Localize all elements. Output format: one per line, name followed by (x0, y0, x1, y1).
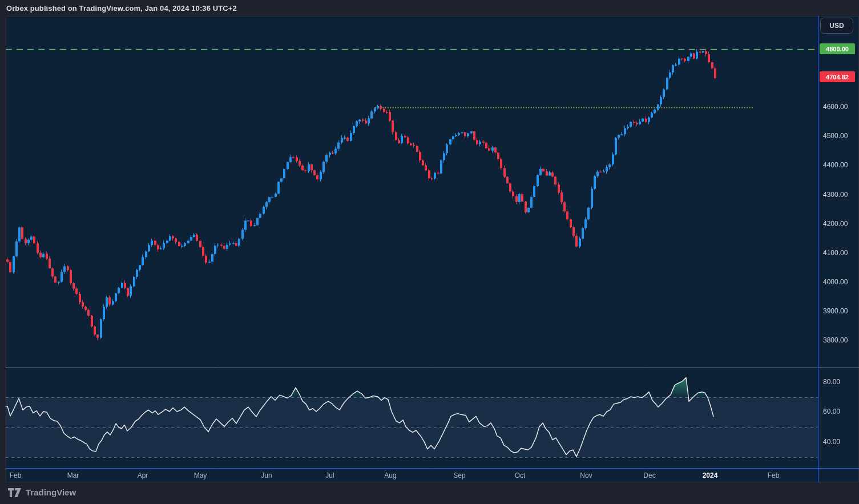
time-tick-label: Sep (437, 471, 482, 479)
time-tick-label: Jul (307, 471, 353, 479)
time-tick-label: Dec (627, 471, 672, 479)
tradingview-chart-window: Orbex published on TradingView.com, Jan … (0, 0, 859, 504)
last-price-badge: 4704.82 (820, 71, 855, 82)
time-tick-label: Jun (244, 471, 289, 479)
price-chart-canvas[interactable] (0, 0, 859, 504)
price-tick-label: 4200.00 (823, 220, 848, 228)
time-tick-label: Aug (368, 471, 413, 479)
time-tick-label: Feb (0, 471, 38, 479)
currency-button[interactable]: USD (820, 18, 853, 34)
publish-title: Orbex published on TradingView.com, Jan … (6, 4, 237, 13)
tradingview-brand-label: TradingView (26, 487, 76, 497)
time-tick-label: Apr (120, 471, 166, 479)
time-axis[interactable]: FebMarAprMayJunJulAugSepOctNovDec2024Feb (6, 468, 818, 482)
time-tick-label: 2024 (687, 471, 733, 479)
publish-header: Orbex published on TradingView.com, Jan … (6, 0, 237, 16)
price-tick-label: 3900.00 (823, 307, 848, 315)
price-axis[interactable]: USD 4800.00 4704.82 4600.004500.004400.0… (818, 16, 859, 482)
time-tick-label: Mar (50, 471, 96, 479)
price-tick-label: 4300.00 (823, 191, 848, 199)
price-tick-label: 4600.00 (823, 103, 848, 111)
time-tick-label: May (178, 471, 223, 479)
price-level-badge: 4800.00 (820, 43, 855, 54)
price-tick-label: 3800.00 (823, 336, 848, 344)
time-tick-label: Oct (497, 471, 543, 479)
time-tick-label: Feb (751, 471, 796, 479)
rsi-tick-label: 40.00 (823, 438, 840, 446)
price-tick-label: 4000.00 (823, 278, 848, 286)
time-tick-label: Nov (563, 471, 609, 479)
rsi-tick-label: 60.00 (823, 408, 840, 416)
tradingview-logo-icon (8, 488, 21, 497)
rsi-tick-label: 80.00 (823, 378, 840, 386)
tradingview-attribution[interactable]: TradingView (8, 487, 76, 497)
price-tick-label: 4400.00 (823, 161, 848, 169)
price-tick-label: 4500.00 (823, 132, 848, 140)
price-tick-label: 4100.00 (823, 249, 848, 257)
